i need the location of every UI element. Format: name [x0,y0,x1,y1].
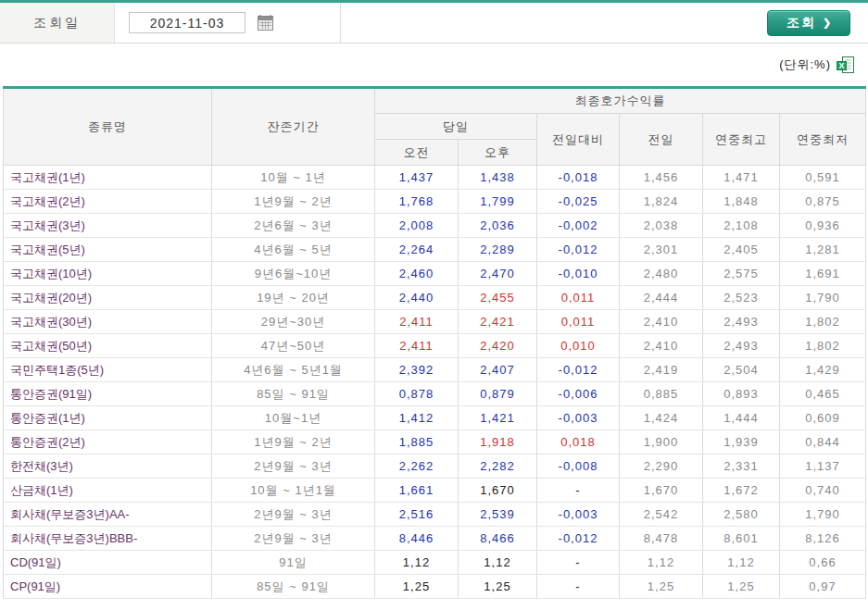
col-header-bond-name: 종류명 [4,88,212,166]
yield-pm: 2,539 [459,503,537,527]
bond-name: 한전채(3년) [4,454,212,479]
prev-day-yield: 2,301 [620,238,703,262]
table-row: 국고채권(2년) 1년9월 ~ 2년 1,768 1,799 -0,025 1,… [4,190,866,214]
year-low-yield: 0,465 [780,382,866,406]
bond-name: 국고채권(5년) [4,238,212,262]
year-high-yield: 2,108 [703,214,780,238]
col-header-today: 당일 [375,114,537,140]
remaining-term: 10월 ~ 1년 [212,166,375,190]
year-low-yield: 1,802 [780,334,866,358]
yield-pm: 1,25 [459,575,537,599]
prev-day-yield: 2,444 [620,286,703,310]
excel-download-button[interactable]: X [837,56,854,74]
year-low-yield: 1,790 [780,286,866,310]
bond-name: 통안증권(1년) [4,406,212,430]
yield-am: 2,264 [375,238,459,262]
yield-pm: 1,918 [459,430,537,454]
date-input[interactable] [129,12,245,33]
bond-name: 국고채권(10년) [4,262,212,286]
year-low-yield: 0,591 [780,166,866,190]
calendar-button[interactable] [258,15,273,31]
prev-day-yield: 1,424 [620,406,703,430]
yield-am: 2,516 [375,503,459,527]
yield-am: 2,008 [375,214,459,238]
table-row: 한전채(3년) 2년9월 ~ 3년 2,262 2,282 -0,008 2,2… [4,454,866,479]
bond-name: 국고채권(3년) [4,214,212,238]
yield-pm: 2,282 [459,454,537,479]
query-date-label: 조회일 [0,3,115,43]
year-high-yield: 2,580 [703,503,780,527]
year-high-yield: 2,493 [703,310,780,334]
year-low-yield: 0,936 [780,214,866,238]
remaining-term: 2년9월 ~ 3년 [212,527,375,551]
year-high-yield: 1,444 [703,406,780,430]
prev-day-yield: 8,478 [620,527,703,551]
yield-am: 2,262 [375,454,459,479]
col-header-pm: 오후 [459,140,537,166]
change-vs-prev: -0,002 [537,214,620,238]
prev-day-yield: 1,900 [620,430,703,454]
change-vs-prev: -0,012 [537,358,620,382]
bond-name: 회사채(무보증3년)BBB- [4,527,212,551]
prev-day-yield: 2,480 [620,262,703,286]
change-vs-prev: -0,018 [537,166,620,190]
yield-am: 1,885 [375,430,459,454]
change-vs-prev: -0,010 [537,262,620,286]
year-high-yield: 2,575 [703,262,780,286]
year-low-yield: 1,790 [780,503,866,527]
calendar-icon [258,15,273,31]
year-high-yield: 1,939 [703,430,780,454]
prev-day-yield: 1,12 [620,551,703,575]
year-high-yield: 1,25 [703,575,780,599]
remaining-term: 1년9월 ~ 2년 [212,430,375,454]
prev-day-yield: 1,25 [620,575,703,599]
col-header-remaining-term: 잔존기간 [212,88,375,166]
year-low-yield: 0,97 [780,575,866,599]
year-high-yield: 1,672 [703,479,780,503]
remaining-term: 1년9월 ~ 2년 [212,190,375,214]
table-row: 국고채권(5년) 4년6월 ~ 5년 2,264 2,289 -0,012 2,… [4,238,866,262]
year-low-yield: 0,844 [780,430,866,454]
table-row: 통안증권(91일) 85일 ~ 91일 0,878 0,879 -0,006 0… [4,382,866,406]
table-row: CD(91일) 91일 1,12 1,12 - 1,12 1,12 0,66 [4,551,866,575]
year-high-yield: 1,471 [703,166,780,190]
table-row: 통안증권(1년) 10월~1년 1,412 1,421 -0,003 1,424… [4,406,866,430]
year-high-yield: 1,12 [703,551,780,575]
year-high-yield: 0,893 [703,382,780,406]
prev-day-yield: 1,670 [620,479,703,503]
table-row: 국고채권(3년) 2년6월 ~ 3년 2,008 2,036 -0,002 2,… [4,214,866,238]
search-button[interactable]: 조회 ❯ [767,10,850,36]
year-high-yield: 2,523 [703,286,780,310]
change-vs-prev: -0,025 [537,190,620,214]
year-low-yield: 1,281 [780,238,866,262]
yield-am: 1,412 [375,406,459,430]
change-vs-prev: 0,010 [537,334,620,358]
yield-pm: 2,470 [459,262,537,286]
change-vs-prev: 0,018 [537,430,620,454]
yield-am: 1,25 [375,575,459,599]
prev-day-yield: 1,824 [620,190,703,214]
yield-am: 2,460 [375,262,459,286]
yield-pm: 1,438 [459,166,537,190]
bond-name: 국고채권(2년) [4,190,212,214]
bond-name: 회사채(무보증3년)AA- [4,503,212,527]
unit-row: (단위:%) X [0,44,868,86]
yield-pm: 1,12 [459,551,537,575]
bond-name: 산금채(1년) [4,479,212,503]
yield-am: 0,878 [375,382,459,406]
year-low-yield: 1,137 [780,454,866,479]
unit-label: (단위:%) [779,56,831,73]
bond-name: 국고채권(20년) [4,286,212,310]
remaining-term: 47년~50년 [212,334,375,358]
yield-am: 8,446 [375,527,459,551]
table-row: 국고채권(20년) 19년 ~ 20년 2,440 2,455 0,011 2,… [4,286,866,310]
table-row: 국고채권(10년) 9년6월~10년 2,460 2,470 -0,010 2,… [4,262,866,286]
year-high-yield: 2,331 [703,454,780,479]
chevron-right-icon: ❯ [823,17,831,29]
year-low-yield: 1,429 [780,358,866,382]
year-low-yield: 0,66 [780,551,866,575]
yield-am: 2,411 [375,334,459,358]
yield-pm: 2,407 [459,358,537,382]
table-row: 통안증권(2년) 1년9월 ~ 2년 1,885 1,918 0,018 1,9… [4,430,866,454]
bond-name: 국민주택1종(5년) [4,358,212,382]
